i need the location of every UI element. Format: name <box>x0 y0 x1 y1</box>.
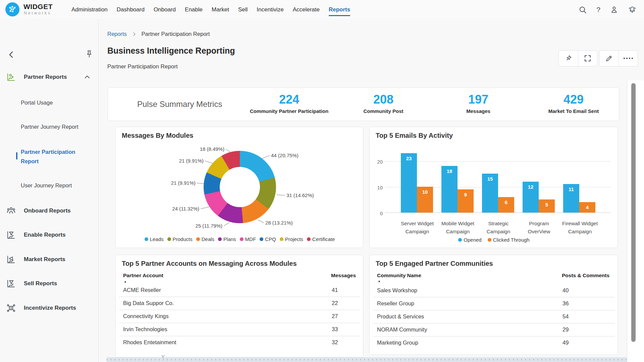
pin-report-button[interactable] <box>559 51 578 66</box>
metric-community-post: 208 Community Post <box>330 93 437 114</box>
sidebar-group-sell-reports[interactable]: Sell Reports <box>0 276 99 291</box>
sidebar-group-onboard-reports[interactable]: Onboard Reports <box>0 203 99 218</box>
widget-logo-icon[interactable] <box>5 2 19 16</box>
breadcrumb-reports-link[interactable]: Reports <box>107 31 127 37</box>
donut-label-deals: 28 (13.21%) <box>265 220 293 226</box>
resize-handle-icon[interactable] <box>160 353 166 359</box>
profile-icon[interactable] <box>610 5 619 14</box>
fullscreen-icon <box>584 54 592 62</box>
search-icon[interactable] <box>578 5 587 14</box>
more-dots-icon <box>624 58 633 59</box>
donut-chart[interactable] <box>204 151 276 223</box>
sort-desc-icon[interactable]: ▼ <box>378 280 381 283</box>
column-header-posts-comments[interactable]: Posts & Comments <box>562 273 609 279</box>
metric-label: Community Partner Participation <box>235 108 343 114</box>
bar-opened-firewall-widget[interactable]: 11 <box>563 184 579 213</box>
bar-opened-server-widget[interactable]: 23 <box>401 153 417 213</box>
table-cell-name[interactable]: NORAM Community <box>377 326 427 333</box>
chart-title: Messages By Modules <box>122 132 193 139</box>
legend-item-products[interactable]: Products <box>167 236 193 242</box>
sidebar-group-label: Market Reports <box>24 256 65 263</box>
table-cell-name[interactable]: Big Data Suppor Co. <box>123 300 174 306</box>
partner-reports-icon <box>6 72 16 82</box>
legend-item-opened[interactable]: Opened <box>458 237 481 243</box>
legend-label: Certificate <box>312 236 335 242</box>
column-header-messages[interactable]: Messages <box>331 273 356 279</box>
metric-value: 429 <box>520 93 627 106</box>
more-options-button[interactable] <box>619 51 638 66</box>
column-header-community-name[interactable]: Community Name <box>377 273 421 279</box>
sidebar-group-label: Sell Reports <box>24 280 57 287</box>
legend-item-cpq[interactable]: CPQ <box>260 236 276 242</box>
chevron-up-icon[interactable] <box>83 73 91 81</box>
metric-label: Community Post <box>330 108 437 114</box>
nav-onboard[interactable]: Onboard <box>154 6 176 13</box>
help-icon[interactable]: ? <box>596 6 600 14</box>
leader-line <box>223 222 230 226</box>
legend-item-leads[interactable]: Leads <box>145 236 164 242</box>
legend-item-certificate[interactable]: Certificate <box>307 236 335 242</box>
legend-item-mdf[interactable]: MDF <box>240 236 256 242</box>
bar-opened-strategic[interactable]: 15 <box>482 174 498 213</box>
nav-enable[interactable]: Enable <box>185 6 203 13</box>
row-divider <box>119 323 360 323</box>
table-cell-name[interactable]: Product & Services <box>377 313 424 320</box>
nav-sell[interactable]: Sell <box>238 6 248 13</box>
nav-reports[interactable]: Reports <box>329 6 350 13</box>
column-header-partner-account[interactable]: Partner Account <box>123 273 163 279</box>
bar-clicked-mobile-widget[interactable]: 9 <box>458 189 474 213</box>
sidebar-pin-icon[interactable] <box>85 49 94 59</box>
legend-item-deals[interactable]: Deals <box>196 236 214 242</box>
bar-plot-area: 23 10 18 9 15 6 12 5 11 4 <box>385 127 610 213</box>
table-cell-name[interactable]: Rhodes Entetainment <box>123 339 176 346</box>
table-cell-name[interactable]: Reseller Group <box>377 300 414 307</box>
nav-dashboard[interactable]: Dashboard <box>117 6 145 13</box>
topbar-icons: ? <box>578 0 637 19</box>
sidebar-item-partner-journey-report[interactable]: Partner Journey Report <box>21 124 78 130</box>
fullscreen-button[interactable] <box>578 51 597 66</box>
bar-clicked-server-widget[interactable]: 10 <box>417 187 433 213</box>
leader-line <box>258 220 264 223</box>
table-cell-name[interactable]: Irvin Technologies <box>123 326 167 333</box>
sidebar-item-partner-participation-report[interactable]: Partner Participation Report <box>21 147 91 166</box>
donut-label-plans: 25 (11.79%) <box>192 223 222 229</box>
nav-accelerate[interactable]: Accelerate <box>293 6 320 13</box>
sidebar-group-partner-reports[interactable]: Partner Reports <box>0 70 99 84</box>
table-cell-name[interactable]: Marketing Group <box>377 340 418 346</box>
donut-label-mdf: 24 (11.32%) <box>169 206 199 212</box>
leader-line <box>262 155 270 159</box>
sort-asc-icon[interactable]: ▲ <box>124 280 127 283</box>
bar-clicked-firewall-widget[interactable]: 4 <box>579 202 595 213</box>
bar-clicked-strategic[interactable]: 6 <box>498 197 514 213</box>
table-cell-value: 22 <box>332 300 338 306</box>
sidebar-item-user-journey-report[interactable]: User Journey Report <box>21 182 72 189</box>
notifications-bell-icon[interactable] <box>628 5 637 14</box>
table-cell-value: 33 <box>332 326 338 333</box>
report-subtitle: Partner Participation Report <box>107 63 178 70</box>
page-title: Business Intelligence Reporting <box>107 46 235 56</box>
legend-item-projects[interactable]: Projects <box>280 236 303 242</box>
nav-administration[interactable]: Administration <box>71 6 108 13</box>
metric-value: 197 <box>425 93 532 106</box>
bar-clicked-program-overview[interactable]: 5 <box>539 199 555 213</box>
legend-item-plans[interactable]: Plans <box>218 236 236 242</box>
bar-opened-mobile-widget[interactable]: 18 <box>441 166 458 213</box>
edit-report-button[interactable] <box>599 51 619 66</box>
table-cell-name[interactable]: Connectivity Kings <box>123 313 169 319</box>
sidebar-group-enable-reports[interactable]: Enable Reports <box>0 228 99 242</box>
leader-line <box>197 183 204 184</box>
table-cell-name[interactable]: Sales Workshop <box>377 287 417 294</box>
table-cell-name[interactable]: ACME Reseller <box>123 287 161 293</box>
nav-incentivize[interactable]: Incentivize <box>257 6 283 13</box>
sidebar-group-incentivize-reports[interactable]: $ Incentivize Reports <box>0 301 99 315</box>
donut-label-projects: 21 (9.91%) <box>173 158 204 164</box>
vertical-scrollbar-thumb[interactable] <box>631 83 636 342</box>
legend-dot <box>240 237 244 241</box>
sidebar-collapse-icon[interactable] <box>7 50 16 59</box>
sidebar-item-portal-usage[interactable]: Portal Usage <box>21 100 53 106</box>
bar-opened-program-overview[interactable]: 12 <box>523 182 539 213</box>
horizontal-scrollbar[interactable] <box>107 357 627 362</box>
legend-item-clicked-through[interactable]: Clicked Through <box>488 237 530 243</box>
sidebar-group-market-reports[interactable]: Market Reports <box>0 252 99 267</box>
nav-market[interactable]: Market <box>212 6 229 13</box>
